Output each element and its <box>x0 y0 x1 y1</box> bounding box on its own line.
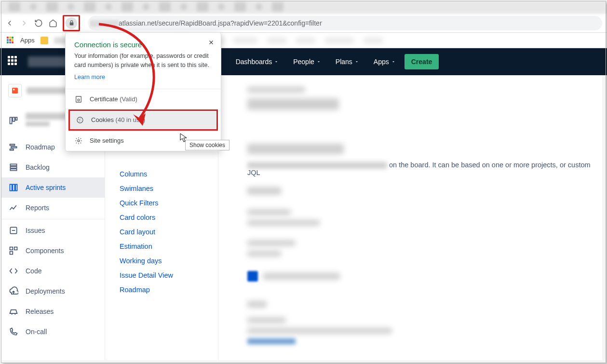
settings-estimation[interactable]: Estimation <box>120 239 218 254</box>
svg-rect-0 <box>12 88 18 94</box>
code-icon <box>8 266 19 276</box>
svg-rect-7 <box>10 149 14 150</box>
svg-point-25 <box>78 140 80 142</box>
cookies-row[interactable]: Cookies (40 in use) <box>68 109 218 131</box>
svg-rect-2 <box>10 117 12 123</box>
svg-point-19 <box>78 99 80 101</box>
svg-point-22 <box>81 119 81 120</box>
svg-point-21 <box>79 119 80 120</box>
apps-label[interactable]: Apps <box>20 37 35 44</box>
svg-rect-15 <box>10 247 13 250</box>
settings-quick-filters[interactable]: Quick Filters <box>120 196 218 210</box>
url-text: atlassian.net/secure/RapidBoard.jspa?rap… <box>90 16 600 30</box>
back-button[interactable] <box>5 18 14 28</box>
sidebar-components[interactable]: Components <box>1 241 105 261</box>
lock-icon <box>66 17 77 29</box>
sidebar-backlog[interactable]: Backlog <box>1 157 105 177</box>
components-icon <box>8 245 19 256</box>
create-button[interactable]: Create <box>405 54 439 69</box>
settings-issue-detail[interactable]: Issue Detail View <box>120 268 218 283</box>
settings-working-days[interactable]: Working days <box>120 254 218 268</box>
cookie-icon <box>76 116 84 124</box>
svg-rect-5 <box>10 144 15 146</box>
issues-icon <box>8 225 19 236</box>
backlog-icon <box>8 162 19 173</box>
sidebar-reports[interactable]: Reports <box>1 198 105 218</box>
browser-toolbar: atlassian.net/secure/RapidBoard.jspa?rap… <box>0 13 607 33</box>
app-switcher-icon[interactable] <box>8 56 19 67</box>
releases-icon <box>8 306 19 317</box>
svg-rect-9 <box>10 166 16 168</box>
board-filter-description: on the board. It can be based on one or … <box>247 161 594 176</box>
svg-point-20 <box>77 117 83 123</box>
nav-apps[interactable]: Apps <box>368 48 402 75</box>
deployments-icon <box>8 286 19 297</box>
settings-columns[interactable]: Columns <box>120 167 218 181</box>
svg-rect-11 <box>10 184 12 190</box>
settings-card-layout[interactable]: Card layout <box>120 225 218 239</box>
project-avatar-icon <box>8 84 22 97</box>
svg-rect-10 <box>10 169 16 170</box>
svg-rect-4 <box>15 117 17 120</box>
sidebar-active-sprints[interactable]: Active sprints <box>1 177 105 198</box>
site-info-lock-highlight[interactable] <box>63 15 80 31</box>
forward-button[interactable] <box>19 18 29 28</box>
certificate-row[interactable]: Certificate (Valid) <box>66 89 221 109</box>
popover-close-button[interactable] <box>206 38 216 47</box>
reports-icon <box>8 202 19 213</box>
svg-rect-13 <box>15 184 17 190</box>
svg-rect-1 <box>13 89 14 90</box>
sidebar-issues[interactable]: Issues <box>1 220 105 241</box>
sidebar-deployments[interactable]: Deployments <box>1 281 105 301</box>
sprints-icon <box>8 182 19 193</box>
settings-swimlanes[interactable]: Swimlanes <box>120 181 218 196</box>
svg-point-24 <box>81 120 81 121</box>
site-info-popover: Connection is secure Your information (f… <box>65 32 221 151</box>
browser-tabs-strip <box>0 0 607 13</box>
svg-rect-17 <box>10 252 13 255</box>
svg-rect-6 <box>11 147 17 148</box>
svg-rect-8 <box>10 164 16 165</box>
svg-point-23 <box>79 121 80 121</box>
bookmark-folder-icon[interactable] <box>40 37 48 44</box>
svg-rect-16 <box>14 247 17 250</box>
reload-button[interactable] <box>34 18 43 28</box>
sidebar-code[interactable]: Code <box>1 261 105 281</box>
connection-secure-title: Connection is secure <box>74 40 212 49</box>
board-icon <box>8 115 19 126</box>
svg-rect-12 <box>13 184 14 190</box>
nav-people[interactable]: People <box>287 48 327 75</box>
certificate-icon <box>74 95 83 104</box>
apps-grid-icon[interactable] <box>7 37 14 44</box>
learn-more-link[interactable]: Learn more <box>74 74 105 81</box>
nav-dashboards[interactable]: Dashboards <box>230 48 285 75</box>
home-button[interactable] <box>48 18 58 28</box>
on-call-icon <box>8 326 19 337</box>
show-cookies-tooltip: Show cookies <box>185 140 229 150</box>
main-content: on the board. It can be based on one or … <box>218 75 602 360</box>
roadmap-icon <box>8 142 19 152</box>
sidebar-on-call[interactable]: On-call <box>1 322 105 342</box>
svg-rect-3 <box>13 117 14 121</box>
gear-icon <box>74 136 83 145</box>
connection-secure-text: Your information (for example, passwords… <box>74 52 212 70</box>
address-bar[interactable]: atlassian.net/secure/RapidBoard.jspa?rap… <box>88 16 602 30</box>
nav-plans[interactable]: Plans <box>330 48 365 75</box>
settings-roadmap[interactable]: Roadmap <box>120 283 218 297</box>
sidebar-releases[interactable]: Releases <box>1 301 105 322</box>
settings-card-colors[interactable]: Card colors <box>120 210 218 225</box>
